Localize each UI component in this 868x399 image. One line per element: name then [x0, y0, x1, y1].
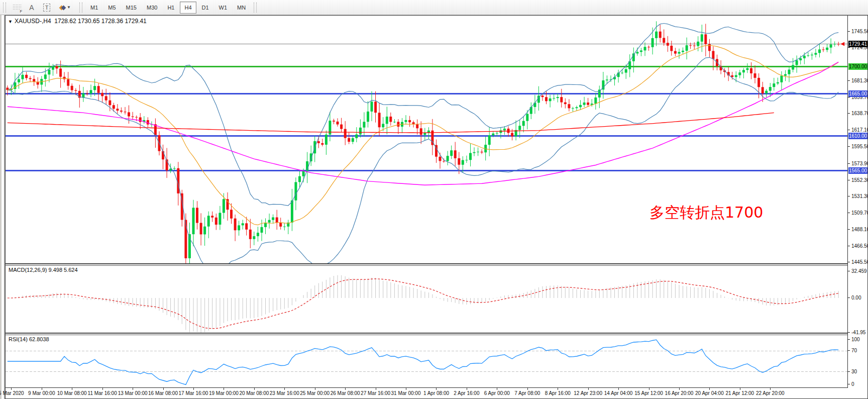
- time-tick: [284, 388, 285, 390]
- objects-button[interactable]: ▼: [55, 1, 76, 14]
- timeframe-bar: M1M5M15M30H1H4D1W1MN: [85, 2, 251, 14]
- text-box-button[interactable]: T: [40, 1, 54, 14]
- text-label-button[interactable]: A: [25, 1, 39, 14]
- chevron-down-icon: ▼: [67, 5, 71, 10]
- time-label: 15 Apr 12:00: [634, 390, 663, 396]
- time-label: 16 Apr 20:00: [665, 390, 694, 396]
- time-label: 21 Apr 12:00: [725, 390, 754, 396]
- time-tick: [467, 388, 467, 390]
- chart-dropdown-arrow[interactable]: ▼: [8, 19, 13, 24]
- time-label: 27 Mar 16:00: [361, 390, 390, 396]
- time-tick: [740, 388, 740, 390]
- symbol-period-label: XAUUSD-,H4: [15, 18, 51, 25]
- ohlc-values: 1728.62 1730.65 1728.36 1729.41: [54, 18, 147, 25]
- time-label: 19 Mar 00:00: [209, 390, 239, 396]
- time-tick: [254, 388, 255, 390]
- time-label: 5 Mar 2020: [0, 390, 24, 396]
- toolbar-grip[interactable]: [254, 3, 257, 13]
- time-axis[interactable]: 5 Mar 20209 Mar 00:0010 Mar 08:0011 Mar …: [6, 388, 867, 398]
- rsi-panel[interactable]: RSI(14) 62.8038: [6, 335, 847, 388]
- time-tick: [406, 388, 406, 390]
- toolbar: F A T ▼ M1M5M15M30H1H4D1W1MN: [0, 0, 868, 15]
- time-tick: [588, 388, 589, 390]
- timeframe-button-d1[interactable]: D1: [197, 2, 213, 14]
- time-tick: [649, 388, 649, 390]
- timeframe-button-h1[interactable]: H1: [163, 2, 179, 14]
- metatrader-window: F A T ▼ M1M5M15M30H1H4D1W1MN ▼XAUUSD-,H4…: [0, 0, 868, 399]
- time-label: 20 Apr 04:00: [695, 390, 724, 396]
- rsi-canvas[interactable]: [6, 335, 847, 387]
- time-label: 23 Mar 16:00: [270, 390, 299, 396]
- price-axis[interactable]: 1745.501724.501681.301659.701638.701617.…: [847, 16, 867, 388]
- time-tick: [558, 388, 558, 390]
- time-tick: [497, 388, 497, 390]
- time-tick: [163, 388, 164, 390]
- time-tick: [618, 388, 619, 390]
- price-level-badge: 1665.00: [848, 90, 867, 97]
- timeframe-button-mn[interactable]: MN: [233, 2, 250, 14]
- toolbar-grip[interactable]: [79, 3, 82, 13]
- time-tick: [770, 388, 771, 390]
- time-label: 1 Apr 08:00: [423, 390, 449, 396]
- time-tick: [436, 388, 437, 390]
- time-label: 20 Mar 08:00: [239, 390, 269, 396]
- time-tick: [345, 388, 346, 390]
- time-label: 17 Mar 16:00: [179, 390, 208, 396]
- time-label: 13 Mar 00:00: [118, 390, 148, 396]
- time-label: 14 Apr 04:00: [604, 390, 633, 396]
- toolbar-grip[interactable]: [3, 3, 6, 13]
- timeframe-button-m30[interactable]: M30: [142, 2, 162, 14]
- price-level-badge: 1729.41: [848, 41, 867, 47]
- timeframe-button-m15[interactable]: M15: [122, 2, 141, 14]
- time-tick: [709, 388, 710, 390]
- time-label: 6 Apr 00:00: [484, 390, 510, 396]
- chart-text-annotation[interactable]: 多空转折点1700: [649, 203, 763, 223]
- price-level-badge: 1610.00: [848, 133, 867, 139]
- window-left-edge: [0, 15, 5, 399]
- time-tick: [315, 388, 315, 390]
- time-tick: [193, 388, 194, 390]
- macd-indicator-label: MACD(12,26,9) 9.498 5.624: [9, 267, 78, 273]
- time-tick: [679, 388, 680, 390]
- shapes-icon: [60, 4, 65, 11]
- time-label: 12 Apr 23:00: [574, 390, 602, 396]
- letter-t-icon: T: [43, 4, 51, 12]
- timeframe-button-m5[interactable]: M5: [103, 2, 120, 14]
- time-tick: [376, 388, 376, 390]
- chart-title: ▼XAUUSD-,H4 1728.62 1730.65 1728.36 1729…: [8, 18, 147, 25]
- time-tick: [72, 388, 72, 390]
- macd-panel[interactable]: MACD(12,26,9) 9.498 5.624: [6, 266, 847, 333]
- chart-window: ▼XAUUSD-,H4 1728.62 1730.65 1728.36 1729…: [5, 15, 868, 399]
- time-label: 22 Apr 20:00: [756, 390, 785, 396]
- time-tick: [133, 388, 133, 390]
- time-label: 8 Apr 16:00: [545, 390, 571, 396]
- grid-f-icon: F: [13, 4, 21, 11]
- main-chart-canvas[interactable]: [6, 16, 847, 263]
- price-level-badge: 1700.00: [848, 63, 867, 70]
- time-tick: [527, 388, 528, 390]
- time-label: 31 Mar 00:00: [391, 390, 421, 396]
- rsi-indicator-label: RSI(14) 62.8038: [9, 336, 49, 342]
- timeframe-button-w1[interactable]: W1: [214, 2, 232, 14]
- time-label: 25 Mar 00:00: [300, 390, 330, 396]
- macd-canvas[interactable]: [6, 266, 847, 333]
- letter-a-icon: A: [29, 4, 34, 12]
- time-label: 26 Mar 08:00: [331, 390, 360, 396]
- time-label: 11 Mar 16:00: [88, 390, 117, 396]
- time-label: 7 Apr 08:00: [514, 390, 540, 396]
- chart-shift-button[interactable]: F: [10, 1, 24, 14]
- main-price-panel[interactable]: ▼XAUUSD-,H4 1728.62 1730.65 1728.36 1729…: [6, 16, 847, 264]
- time-tick: [224, 388, 224, 390]
- time-label: 16 Mar 08:00: [148, 390, 178, 396]
- time-tick: [11, 388, 12, 390]
- timeframe-button-h4[interactable]: H4: [180, 2, 196, 14]
- time-label: 10 Mar 08:00: [57, 390, 87, 396]
- time-label: 9 Mar 00:00: [28, 390, 55, 396]
- time-label: 2 Apr 16:00: [454, 390, 479, 396]
- timeframe-button-m1[interactable]: M1: [86, 2, 102, 14]
- time-tick: [102, 388, 103, 390]
- price-level-badge: 1565.00: [848, 167, 867, 174]
- time-tick: [42, 388, 42, 390]
